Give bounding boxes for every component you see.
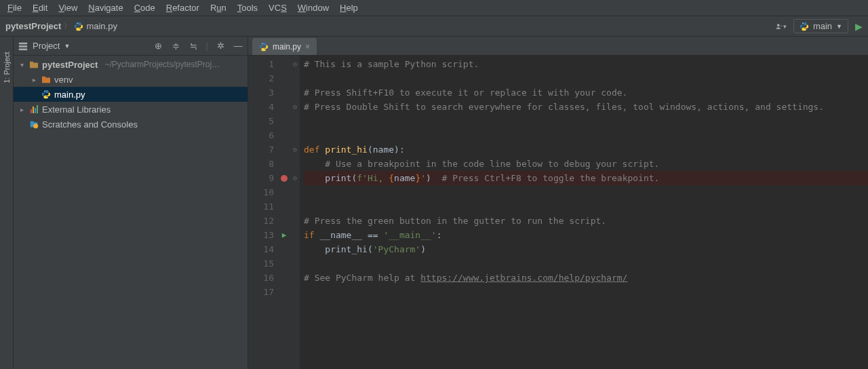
folder-icon: [28, 60, 39, 69]
chevron-right-icon[interactable]: ▸: [18, 106, 26, 113]
menu-vcs[interactable]: VCS: [264, 1, 292, 14]
menubar: File Edit View Navigate Code Refactor Ru…: [0, 0, 868, 16]
tree-item-label: Scratches and Consoles: [42, 119, 138, 130]
gear-icon[interactable]: ✲: [215, 41, 226, 52]
hide-icon[interactable]: —: [233, 41, 243, 52]
editor-tab-mainpy[interactable]: main.py ×: [252, 38, 317, 55]
tool-window-stripe: 1: Project: [0, 37, 14, 369]
navbar: pytestProject 〉 main.py ▾ main ▼ ▶: [0, 16, 868, 37]
menu-navigate[interactable]: Navigate: [83, 1, 127, 14]
scratches-icon: [28, 119, 39, 129]
run-gutter-icon[interactable]: ▶: [282, 228, 287, 242]
svg-point-3: [805, 28, 806, 29]
menu-window[interactable]: Window: [293, 1, 334, 14]
gutter-marks: ▶: [278, 56, 290, 369]
breadcrumb-file[interactable]: main.py: [74, 21, 117, 31]
svg-point-0: [77, 22, 78, 23]
menu-help[interactable]: Help: [335, 1, 363, 14]
run-config-selector[interactable]: main ▼: [793, 19, 848, 33]
svg-rect-4: [19, 42, 27, 44]
tree-item-external-libs[interactable]: ▸ External Libraries: [14, 102, 248, 117]
chevron-right-icon[interactable]: ▸: [30, 76, 38, 83]
tree-item-mainpy[interactable]: ▸ main.py: [14, 87, 248, 102]
svg-rect-5: [19, 45, 27, 47]
tree-item-venv[interactable]: ▸ venv: [14, 72, 248, 87]
project-panel-title: Project: [33, 41, 60, 51]
menu-run[interactable]: Run: [205, 1, 231, 14]
run-button[interactable]: ▶: [855, 21, 863, 32]
tree-root-path: ~/PycharmProjects/pytestProj…: [104, 60, 220, 69]
chevron-right-icon: 〉: [64, 21, 71, 31]
folder-icon: [41, 75, 52, 83]
editor-body[interactable]: 1234567891011121314151617 ▶ ⊖⊖⊖⊖ # This …: [248, 56, 868, 369]
svg-point-2: [802, 22, 803, 23]
breadcrumb-project[interactable]: pytestProject: [5, 21, 61, 31]
svg-point-10: [262, 43, 262, 44]
svg-point-8: [47, 97, 48, 98]
project-panel: Project ▼ ⊕ ≑ ≒ | ✲ — ▾ pytestProject ~: [14, 37, 248, 369]
expand-all-icon[interactable]: ≑: [171, 41, 182, 52]
svg-point-11: [265, 50, 266, 50]
fold-gutter: ⊖⊖⊖⊖: [290, 56, 300, 369]
project-tool-tab[interactable]: 1: Project: [3, 52, 11, 83]
tree-item-label: main.py: [54, 90, 85, 100]
python-file-icon: [41, 90, 52, 99]
chevron-down-icon[interactable]: ▾: [18, 61, 26, 69]
project-icon: [18, 41, 28, 52]
collapse-all-icon[interactable]: ≒: [189, 41, 199, 52]
line-number-gutter: 1234567891011121314151617: [248, 56, 278, 369]
breadcrumb-file-label: main.py: [86, 21, 117, 31]
chevron-down-icon: ▼: [836, 23, 842, 30]
svg-rect-6: [19, 48, 27, 50]
svg-point-9: [33, 123, 38, 128]
library-icon: [28, 105, 39, 113]
menu-file[interactable]: File: [3, 1, 26, 14]
menu-refactor[interactable]: Refactor: [161, 1, 204, 14]
menu-edit[interactable]: Edit: [28, 1, 52, 14]
python-file-icon: [74, 22, 83, 31]
editor-tabbar: main.py ×: [248, 37, 868, 56]
project-panel-header: Project ▼ ⊕ ≑ ≒ | ✲ —: [14, 37, 248, 56]
menu-code[interactable]: Code: [130, 1, 160, 14]
svg-point-7: [44, 91, 45, 92]
editor-tab-label: main.py: [273, 42, 301, 52]
add-user-icon[interactable]: ▾: [776, 21, 787, 32]
chevron-down-icon[interactable]: ▼: [64, 43, 70, 50]
tree-item-scratches[interactable]: ▸ Scratches and Consoles: [14, 117, 248, 132]
locate-icon[interactable]: ⊕: [153, 41, 164, 52]
tree-item-label: venv: [54, 75, 73, 85]
tree-root-label: pytestProject: [42, 60, 98, 70]
tree-root[interactable]: ▾ pytestProject ~/PycharmProjects/pytest…: [14, 57, 248, 72]
python-file-icon: [259, 42, 269, 52]
editor-area: main.py × 1234567891011121314151617 ▶ ⊖⊖…: [248, 37, 868, 369]
project-tree: ▾ pytestProject ~/PycharmProjects/pytest…: [14, 56, 248, 369]
code-area[interactable]: # This is a sample Python script.# Press…: [300, 56, 868, 369]
run-config-label: main: [813, 21, 832, 31]
menu-view[interactable]: View: [54, 1, 82, 14]
menu-tools[interactable]: Tools: [233, 1, 262, 14]
breadcrumb: pytestProject 〉 main.py: [5, 21, 117, 31]
breakpoint-icon[interactable]: [281, 175, 288, 182]
close-icon[interactable]: ×: [305, 42, 310, 52]
python-file-icon: [800, 22, 809, 31]
tree-item-label: External Libraries: [42, 104, 111, 115]
svg-point-1: [80, 28, 81, 29]
